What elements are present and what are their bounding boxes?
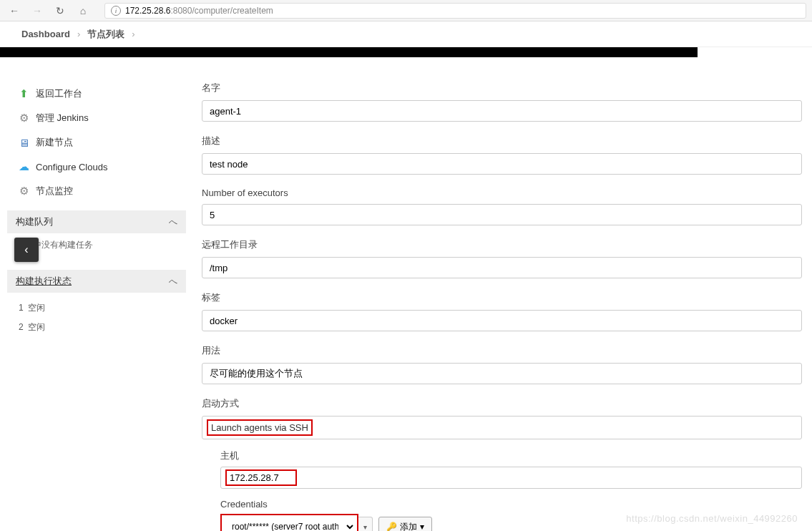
browser-toolbar: ← → ↻ ⌂ i 172.25.28.6:8080/computer/crea… (0, 0, 812, 21)
host-input[interactable] (230, 472, 287, 483)
breadcrumb-dashboard[interactable]: Dashboard (21, 29, 70, 39)
cred-label: Credentials (220, 499, 802, 510)
sidebar-item-newnode[interactable]: 🖥 新建节点 (7, 130, 186, 155)
sidebar-item-label: 管理 Jenkins (36, 112, 89, 125)
executor-state: 空闲 (28, 322, 45, 332)
host-input-wrap (220, 467, 802, 489)
add-credential-button[interactable]: 🔑 添加 ▾ (378, 517, 432, 531)
reload-button[interactable]: ↻ (52, 2, 69, 19)
home-button[interactable]: ⌂ (74, 2, 92, 19)
build-queue-header[interactable]: 构建队列 へ (7, 210, 186, 233)
breadcrumb-nodes[interactable]: 节点列表 (87, 28, 124, 41)
usage-label: 用法 (202, 344, 802, 357)
desc-input[interactable] (202, 153, 802, 175)
executor-num: 1 (19, 303, 24, 313)
top-gap (0, 47, 812, 57)
name-input[interactable] (202, 100, 802, 122)
executor-row: 2 空闲 (16, 318, 177, 337)
host-label: 主机 (220, 449, 802, 462)
executor-row: 1 空闲 (16, 298, 177, 318)
executor-num: 2 (19, 322, 24, 332)
panel-title: 构建执行状态 (16, 275, 72, 288)
name-label: 名字 (202, 82, 802, 94)
forward-button[interactable]: → (29, 2, 46, 19)
build-exec-body: 1 空闲 2 空闲 (7, 293, 186, 343)
sidebar-item-label: 返回工作台 (36, 87, 82, 100)
chevron-up-icon: へ (169, 216, 177, 228)
chevron-up-icon: へ (169, 276, 177, 288)
panel-title: 构建队列 (16, 215, 53, 228)
breadcrumb: Dashboard › 节点列表 › (0, 21, 812, 47)
launch-select[interactable]: Launch agents via SSH (202, 416, 802, 439)
sidebar-item-monitor[interactable]: ⚙ 节点监控 (7, 179, 186, 203)
usage-select[interactable] (202, 363, 802, 384)
labels-label: 标签 (202, 291, 802, 304)
breadcrumb-sep: › (77, 29, 80, 39)
sidebar-item-clouds[interactable]: ☁ Configure Clouds (7, 155, 186, 179)
caret-down-icon: ▾ (420, 522, 424, 531)
url-rest: :8080/computer/createItem (170, 6, 273, 16)
main-form: 名字 描述 Number of executors 远程工作目录 标签 用法 启… (186, 82, 812, 531)
launch-value: Launch agents via SSH (207, 419, 313, 436)
cred-dropdown-caret[interactable]: ▾ (358, 517, 373, 531)
watermark: https://blog.csdn.net/weixin_44992260 (626, 513, 798, 524)
sidebar-item-label: 新建节点 (36, 136, 73, 149)
remote-input[interactable] (202, 257, 802, 278)
url-host: 172.25.28.6 (125, 6, 170, 16)
breadcrumb-sep: › (132, 29, 134, 39)
info-icon: i (111, 6, 121, 16)
floating-back-button[interactable]: ‹ (14, 238, 39, 262)
gear-icon: ⚙ (16, 112, 31, 125)
build-exec-header[interactable]: 构建执行状态 へ (7, 270, 186, 293)
executors-label: Number of executors (202, 187, 802, 198)
launch-label: 启动方式 (202, 397, 802, 410)
sidebar-item-label: Configure Clouds (36, 162, 107, 172)
labels-input[interactable] (202, 310, 802, 331)
executor-state: 空闲 (28, 303, 45, 313)
executors-input[interactable] (202, 204, 802, 225)
sidebar-item-back[interactable]: ⬆ 返回工作台 (7, 82, 186, 106)
sidebar-item-label: 节点监控 (36, 185, 73, 198)
arrow-up-icon: ⬆ (16, 87, 31, 100)
add-btn-label: 添加 (400, 521, 417, 532)
gap (0, 57, 812, 82)
key-icon: 🔑 (386, 522, 397, 531)
computer-icon: 🖥 (16, 137, 31, 149)
gear-icon: ⚙ (16, 185, 31, 198)
sidebar: ⬆ 返回工作台 ⚙ 管理 Jenkins 🖥 新建节点 ☁ Configure … (0, 82, 186, 531)
back-button[interactable]: ← (6, 2, 23, 19)
desc-label: 描述 (202, 135, 802, 147)
url-bar[interactable]: i 172.25.28.6:8080/computer/createItem (104, 3, 806, 19)
remote-label: 远程工作目录 (202, 238, 802, 251)
cred-select[interactable]: root/****** (server7 root auth) (223, 517, 356, 531)
cloud-icon: ☁ (16, 160, 31, 173)
sidebar-item-manage[interactable]: ⚙ 管理 Jenkins (7, 106, 186, 130)
